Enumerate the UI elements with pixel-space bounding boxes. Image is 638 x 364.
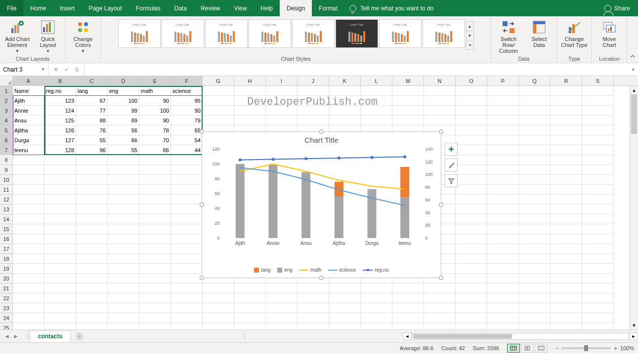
switch-row-column-button[interactable]: Switch Row/ Column — [494, 17, 523, 54]
chart-style-5[interactable]: Chart Title — [292, 19, 335, 48]
col-header-K[interactable]: K — [329, 76, 361, 85]
cell-G1[interactable] — [203, 86, 234, 96]
row-header-14[interactable]: 14 — [0, 214, 13, 224]
cell-A4[interactable]: Ansu — [13, 116, 44, 125]
cell-Q19[interactable] — [519, 264, 551, 274]
cell-C23[interactable] — [76, 303, 108, 313]
cell-B16[interactable] — [44, 234, 76, 244]
tab-splitter[interactable]: ⋮ — [25, 332, 28, 341]
cell-M21[interactable] — [392, 283, 424, 293]
cell-H25[interactable] — [234, 323, 266, 329]
cell-M4[interactable] — [392, 116, 424, 125]
cell-F6[interactable]: 54 — [171, 135, 203, 145]
cell-D20[interactable] — [108, 274, 139, 283]
cell-J2[interactable] — [298, 96, 329, 106]
cell-L25[interactable] — [361, 323, 392, 329]
cell-C20[interactable] — [76, 274, 108, 283]
cell-E15[interactable] — [139, 224, 171, 234]
cell-F19[interactable] — [171, 264, 203, 274]
cell-S10[interactable] — [582, 175, 614, 185]
cell-F16[interactable] — [171, 234, 203, 244]
cell-A19[interactable] — [13, 264, 44, 274]
cell-J24[interactable] — [298, 313, 329, 323]
col-header-O[interactable]: O — [456, 76, 487, 85]
col-header-G[interactable]: G — [203, 76, 234, 85]
cell-S13[interactable] — [582, 204, 614, 214]
cell-O17[interactable] — [456, 244, 487, 254]
embedded-chart[interactable]: Chart Title 0204060801001200204060801001… — [202, 131, 441, 278]
cell-P22[interactable] — [487, 293, 519, 303]
cell-Q21[interactable] — [519, 283, 551, 293]
cell-B13[interactable] — [44, 204, 76, 214]
cell-J4[interactable] — [298, 116, 329, 125]
cell-R13[interactable] — [551, 204, 582, 214]
cell-O8[interactable] — [456, 155, 487, 165]
row-header-25[interactable]: 25 — [0, 323, 13, 329]
cell-E25[interactable] — [139, 323, 171, 329]
cell-S19[interactable] — [582, 264, 614, 274]
scroll-down-button[interactable]: ▼ — [630, 321, 638, 329]
cell-S7[interactable] — [582, 145, 614, 155]
cell-K3[interactable] — [329, 106, 361, 116]
col-header-B[interactable]: B — [44, 76, 76, 85]
cell-G2[interactable] — [203, 96, 234, 106]
cell-S4[interactable] — [582, 116, 614, 125]
cell-C15[interactable] — [76, 224, 108, 234]
cell-B23[interactable] — [44, 303, 76, 313]
cell-R8[interactable] — [551, 155, 582, 165]
cell-O11[interactable] — [456, 185, 487, 195]
cell-A25[interactable] — [13, 323, 44, 329]
cell-G23[interactable] — [203, 303, 234, 313]
col-header-A[interactable]: A — [13, 76, 44, 85]
row-header-11[interactable]: 11 — [0, 185, 13, 195]
row-header-9[interactable]: 9 — [0, 165, 13, 175]
cell-D8[interactable] — [108, 155, 139, 165]
cell-D14[interactable] — [108, 214, 139, 224]
vertical-scrollbar[interactable]: ▲ ▼ — [630, 86, 638, 329]
chart-style-4[interactable]: Chart Title — [249, 19, 291, 48]
cell-C12[interactable] — [76, 195, 108, 204]
cell-E3[interactable]: 100 — [139, 106, 171, 116]
page-break-view-button[interactable] — [535, 344, 548, 353]
cell-L3[interactable] — [361, 106, 392, 116]
resize-handle[interactable] — [200, 202, 204, 207]
cell-Q7[interactable] — [519, 145, 551, 155]
cell-S24[interactable] — [582, 313, 614, 323]
row-header-4[interactable]: 4 — [0, 116, 13, 125]
cell-I2[interactable] — [266, 96, 298, 106]
cell-R1[interactable] — [551, 86, 582, 96]
cell-O16[interactable] — [456, 234, 487, 244]
cell-Q2[interactable] — [519, 96, 551, 106]
cell-F14[interactable] — [171, 214, 203, 224]
cell-G24[interactable] — [203, 313, 234, 323]
row-header-15[interactable]: 15 — [0, 224, 13, 234]
row-header-16[interactable]: 16 — [0, 234, 13, 244]
cell-R4[interactable] — [551, 116, 582, 125]
cell-D23[interactable] — [108, 303, 139, 313]
cell-F24[interactable] — [171, 313, 203, 323]
cell-R9[interactable] — [551, 165, 582, 175]
col-header-H[interactable]: H — [234, 76, 266, 85]
cell-R7[interactable] — [551, 145, 582, 155]
cell-B18[interactable] — [44, 254, 76, 264]
cell-Q20[interactable] — [519, 274, 551, 283]
cell-H24[interactable] — [234, 313, 266, 323]
cell-S2[interactable] — [582, 96, 614, 106]
tab-insert[interactable]: Insert — [53, 0, 82, 16]
row-header-3[interactable]: 3 — [0, 106, 13, 116]
gallery-up-button[interactable]: ▲ — [467, 22, 473, 31]
cell-O12[interactable] — [456, 195, 487, 204]
cell-D1[interactable]: eng — [108, 86, 139, 96]
chart-style-1[interactable]: Chart Title — [118, 19, 161, 48]
cell-K24[interactable] — [329, 313, 361, 323]
chart-elements-button[interactable] — [445, 143, 458, 156]
cell-P8[interactable] — [487, 155, 519, 165]
cell-P11[interactable] — [487, 185, 519, 195]
cell-C16[interactable] — [76, 234, 108, 244]
move-chart-button[interactable]: Move Chart — [595, 17, 624, 48]
cell-R12[interactable] — [551, 195, 582, 204]
name-box[interactable]: Chart 3 ▼ — [0, 63, 48, 76]
cell-I22[interactable] — [266, 293, 298, 303]
cell-A15[interactable] — [13, 224, 44, 234]
cell-E22[interactable] — [139, 293, 171, 303]
